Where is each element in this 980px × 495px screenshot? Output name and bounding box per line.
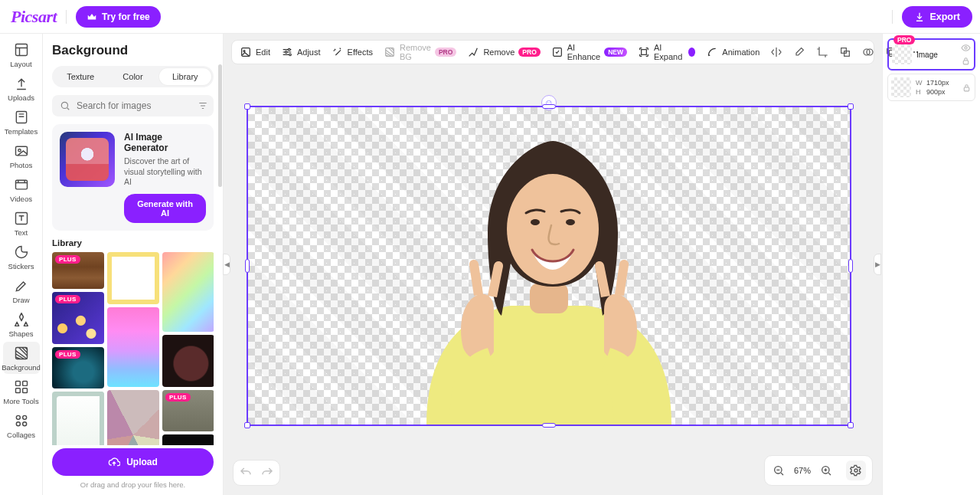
toolbar-effects[interactable]: Effects <box>332 46 373 58</box>
lock-icon[interactable] <box>961 56 971 66</box>
zoom-value[interactable]: 67% <box>794 466 811 475</box>
filter-icon[interactable] <box>198 100 208 111</box>
tab-color[interactable]: Color <box>106 68 158 85</box>
collapse-right-handle[interactable]: ▶ <box>874 254 881 275</box>
plus-badge: PLUS <box>165 393 191 402</box>
rail-item-uploads[interactable]: Uploads <box>3 72 40 104</box>
svg-point-15 <box>61 102 67 108</box>
export-button[interactable]: Export <box>902 6 972 28</box>
library-thumb[interactable]: PLUS <box>52 347 104 388</box>
toolbar-animation-label: Animation <box>722 48 760 57</box>
library-thumb[interactable]: PLUS <box>162 390 214 431</box>
library-thumb[interactable] <box>107 252 159 304</box>
toolbar-edit[interactable]: Edit <box>240 46 270 58</box>
svg-rect-7 <box>15 381 20 385</box>
draw-icon <box>13 277 30 294</box>
svg-rect-8 <box>22 381 27 385</box>
svg-point-12 <box>22 415 26 419</box>
resize-handle-tl[interactable] <box>244 103 250 110</box>
svg-point-3 <box>18 149 20 151</box>
lock-icon[interactable] <box>962 83 972 93</box>
resize-handle-bl[interactable] <box>244 422 250 428</box>
library-grid[interactable]: PLUS PLUS PLUS PLUS <box>52 252 214 445</box>
svg-point-17 <box>243 51 245 52</box>
library-thumb[interactable] <box>107 390 159 445</box>
svg-point-19 <box>285 51 287 54</box>
library-thumb[interactable]: PLUS <box>52 252 104 289</box>
svg-rect-1 <box>16 111 26 123</box>
library-thumb[interactable]: PLUS <box>52 292 104 344</box>
toolbar-remove-label: Remove <box>483 48 514 57</box>
rail-label: Draw <box>12 296 29 304</box>
toolbar-eraser-button[interactable] <box>793 44 805 60</box>
rail-item-background[interactable]: Background <box>3 342 40 374</box>
library-thumb[interactable] <box>162 335 214 387</box>
ai-generator-thumb <box>60 132 115 187</box>
tab-library[interactable]: Library <box>159 68 211 85</box>
toolbar-ai-expand[interactable]: AI Expand <box>638 43 695 61</box>
rail-item-text[interactable]: Text <box>3 207 40 239</box>
library-thumb[interactable] <box>162 252 214 332</box>
toolbar-remove[interactable]: RemovePRO <box>467 46 540 58</box>
rail-label: Photos <box>10 161 33 169</box>
layer-canvas[interactable]: W1710px H900px <box>887 74 975 101</box>
search-bar[interactable] <box>52 95 214 116</box>
resize-handle-t[interactable] <box>542 104 556 109</box>
rail-item-layout[interactable]: Layout <box>3 38 40 70</box>
try-for-free-button[interactable]: Try for free <box>76 6 161 28</box>
resize-handle-r[interactable] <box>848 259 853 273</box>
toolbar-crop-button[interactable] <box>816 44 828 60</box>
library-thumb[interactable] <box>52 392 104 445</box>
canvas-area[interactable]: ◀ Edit Adjust Effects Remove BGPRO Remov… <box>224 34 882 495</box>
rail-item-stickers[interactable]: Stickers <box>3 241 40 273</box>
toolbar-ai-enhance[interactable]: AI EnhanceNEW <box>551 43 627 61</box>
stickers-icon <box>13 244 30 261</box>
visibility-icon[interactable] <box>961 43 971 53</box>
upload-label: Upload <box>126 457 158 467</box>
svg-point-11 <box>16 415 20 419</box>
library-thumb[interactable] <box>162 434 214 445</box>
rail-item-templates[interactable]: Templates <box>3 106 40 138</box>
resize-handle-tr[interactable] <box>848 103 854 110</box>
svg-rect-23 <box>642 50 647 55</box>
canvas-selection[interactable]: ☺ <box>247 106 851 426</box>
rail-item-collages[interactable]: Collages <box>3 409 40 441</box>
collapse-left-handle[interactable]: ◀ <box>223 254 230 275</box>
resize-handle-b[interactable] <box>542 423 556 428</box>
background-panel: Background Texture Color Library AI Imag… <box>43 34 224 495</box>
upload-button[interactable]: Upload <box>52 448 214 476</box>
rail-item-videos[interactable]: Videos <box>3 173 40 205</box>
brand-logo[interactable]: Picsart <box>11 7 57 27</box>
toolbar-flip-button[interactable] <box>770 44 782 60</box>
rail-label: Stickers <box>8 262 34 270</box>
tab-texture[interactable]: Texture <box>54 68 106 85</box>
zoom-out-button[interactable] <box>771 463 786 478</box>
videos-icon <box>13 176 30 193</box>
upload-cloud-icon <box>108 456 120 468</box>
svg-point-39 <box>854 469 858 472</box>
collages-icon <box>13 412 30 429</box>
rail-item-shapes[interactable]: Shapes <box>3 308 40 340</box>
search-input[interactable] <box>77 100 191 111</box>
toolbar-adjust[interactable]: Adjust <box>281 46 321 58</box>
rail-item-moretools[interactable]: More Tools <box>3 375 40 408</box>
rail-item-draw[interactable]: Draw <box>3 274 40 307</box>
canvas-image[interactable] <box>373 118 725 425</box>
panel-scrollbar[interactable] <box>218 64 222 187</box>
toolbar-blend-button[interactable] <box>862 44 874 60</box>
resize-handle-br[interactable] <box>848 422 854 428</box>
toolbar-animation[interactable]: Animation <box>706 46 760 58</box>
undo-button[interactable] <box>238 465 253 480</box>
redo-button[interactable] <box>260 465 275 480</box>
pro-badge: PRO <box>518 48 540 57</box>
rail-label: Layout <box>10 60 32 68</box>
toolbar-arrange-button[interactable] <box>839 44 851 60</box>
canvas-settings-button[interactable] <box>846 461 866 480</box>
generate-with-ai-button[interactable]: Generate with AI <box>124 194 206 223</box>
layer-image[interactable]: PRO Image <box>887 38 975 70</box>
library-thumb[interactable] <box>107 307 159 387</box>
resize-handle-l[interactable] <box>245 259 250 273</box>
download-icon <box>914 11 925 22</box>
zoom-in-button[interactable] <box>818 463 834 478</box>
rail-item-photos[interactable]: Photos <box>3 139 40 172</box>
